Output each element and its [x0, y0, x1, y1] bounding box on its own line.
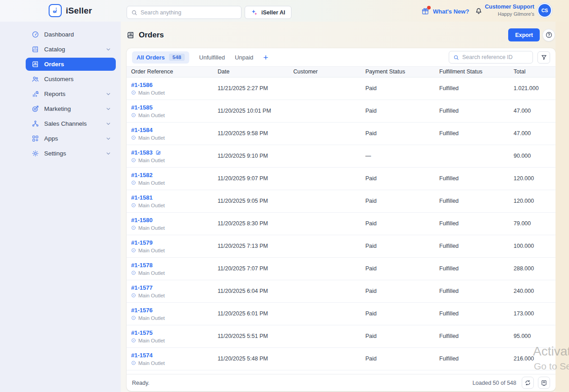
table-header-row: Order Reference Date Customer Payment St… [127, 67, 555, 77]
user-menu[interactable]: Customer Support Happy Gilmore's CS [485, 3, 551, 17]
avatar[interactable]: CS [538, 4, 551, 17]
outlet-bolt-icon [131, 158, 136, 163]
order-reference-link[interactable]: #1-1576 [131, 307, 153, 314]
order-reference-link[interactable]: #1-1578 [131, 262, 153, 269]
fulfillment-status: Fulfilled [435, 280, 509, 302]
payment-status: Paid [361, 325, 435, 347]
reference-search-input[interactable] [462, 54, 528, 60]
outlet-bolt-icon [131, 90, 136, 95]
fulfillment-status: Fulfilled [435, 100, 509, 122]
sidebar-item-settings[interactable]: Settings [26, 147, 116, 160]
outlet-bolt-icon [131, 338, 136, 343]
sidebar-item-orders[interactable]: Orders [26, 58, 116, 71]
outlet-tag: Main Outlet [131, 135, 213, 141]
outlet-bolt-icon [131, 315, 136, 320]
outlet-tag: Main Outlet [131, 360, 213, 366]
print-button[interactable] [538, 377, 550, 389]
sidebar-item-apps[interactable]: Apps [26, 132, 116, 145]
chevron-down-icon [105, 91, 111, 97]
tab-all-orders[interactable]: All Orders 548 [132, 51, 189, 64]
global-search-input[interactable] [141, 9, 237, 16]
order-date: 11/20/2025 6:04 PM [213, 280, 289, 302]
table-row[interactable]: #1-1575 Main Outlet 11/20/2025 5:51 PM P… [127, 325, 555, 347]
outlet-label: Main Outlet [138, 315, 165, 321]
refresh-icon [524, 379, 531, 386]
order-reference-link[interactable]: #1-1575 [131, 329, 153, 336]
tab-unpaid[interactable]: Unpaid [235, 54, 253, 61]
order-reference-link[interactable]: #1-1582 [131, 172, 153, 178]
order-total: 47.000 [509, 100, 555, 122]
sidebar-item-reports[interactable]: Reports [26, 87, 116, 100]
table-row[interactable]: #1-1574 Main Outlet 11/20/2025 5:48 PM P… [127, 347, 555, 370]
order-customer [289, 122, 361, 145]
order-reference-link[interactable]: #1-1584 [131, 127, 153, 133]
iseller-ai-button[interactable]: iSeller AI [245, 6, 291, 19]
outlet-tag: Main Outlet [131, 315, 213, 321]
fulfillment-status: Fulfilled [435, 212, 509, 235]
table-row[interactable]: #1-1576 Main Outlet 11/20/2025 6:01 PM P… [127, 302, 555, 325]
order-reference-link[interactable]: #1-1583 [131, 149, 153, 156]
reference-search[interactable] [449, 51, 533, 64]
loaded-count: Loaded 50 of 548 [473, 380, 516, 386]
sidebar-item-sales-channels[interactable]: Sales Channels [26, 117, 116, 130]
orders-table: Order Reference Date Customer Payment St… [127, 67, 555, 370]
main: Orders Export All Orders 548 Unfulfilled… [121, 22, 555, 392]
edit-pencil-icon[interactable] [155, 150, 161, 155]
iseller-ai-label: iSeller AI [261, 9, 285, 16]
table-row[interactable]: #1-1586 Main Outlet 11/21/2025 2:27 PM P… [127, 77, 555, 100]
col-fulfillment-status: Fulfillment Status [435, 67, 509, 77]
table-row[interactable]: #1-1580 Main Outlet 11/20/2025 8:30 PM P… [127, 212, 555, 235]
export-button[interactable]: Export [508, 28, 540, 41]
table-row[interactable]: #1-1585 Main Outlet 11/20/2025 10:01 PM … [127, 100, 555, 122]
help-button[interactable] [542, 29, 555, 41]
order-reference-link[interactable]: #1-1585 [131, 104, 153, 111]
sidebar-item-customers[interactable]: Customers [26, 73, 116, 86]
order-customer [289, 235, 361, 257]
add-tab-button[interactable]: + [263, 53, 268, 62]
table-row[interactable]: #1-1582 Main Outlet 11/20/2025 9:07 PM P… [127, 167, 555, 190]
sidebar: Dashboard Catalog Orders Customers Repor… [0, 22, 121, 392]
outlet-label: Main Outlet [138, 338, 165, 343]
table-row[interactable]: #1-1581 Main Outlet 11/20/2025 9:05 PM P… [127, 190, 555, 212]
sidebar-nav-list: Dashboard Catalog Orders Customers Repor… [0, 22, 121, 160]
outlet-bolt-icon [131, 360, 136, 365]
outlet-bolt-icon [131, 135, 136, 140]
sidebar-item-dashboard[interactable]: Dashboard [26, 28, 116, 41]
order-date: 11/20/2025 9:05 PM [213, 190, 289, 212]
sidebar-item-catalog[interactable]: Catalog [26, 43, 116, 56]
order-total: 1.021.000 [509, 77, 555, 100]
order-reference-link[interactable]: #1-1581 [131, 194, 153, 201]
outlet-tag: Main Outlet [131, 248, 213, 253]
order-reference-link[interactable]: #1-1586 [131, 82, 153, 88]
outlet-bolt-icon [131, 203, 136, 208]
order-customer [289, 325, 361, 347]
order-reference-link[interactable]: #1-1577 [131, 284, 153, 291]
order-total: 120.000 [509, 167, 555, 190]
table-row[interactable]: #1-1584 Main Outlet 11/20/2025 9:58 PM P… [127, 122, 555, 145]
global-search[interactable] [127, 6, 241, 19]
order-customer [289, 302, 361, 325]
filter-button[interactable] [537, 51, 550, 64]
order-reference-link[interactable]: #1-1574 [131, 352, 153, 359]
sidebar-item-marketing[interactable]: Marketing [26, 102, 116, 115]
notifications-bell-button[interactable] [473, 6, 483, 16]
order-customer [289, 77, 361, 100]
table-row[interactable]: #1-1578 Main Outlet 11/20/2025 7:07 PM P… [127, 257, 555, 280]
table-row[interactable]: #1-1577 Main Outlet 11/20/2025 6:04 PM P… [127, 280, 555, 302]
order-customer [289, 347, 361, 370]
fulfillment-status: Fulfilled [435, 325, 509, 347]
whats-new-link[interactable]: What's New? [421, 6, 469, 17]
payment-status: Paid [361, 190, 435, 212]
logo[interactable]: iSeller [49, 4, 92, 17]
outlet-tag: Main Outlet [131, 203, 213, 208]
tab-unfulfilled[interactable]: Unfulfilled [199, 54, 225, 61]
order-customer [289, 167, 361, 190]
outlet-tag: Main Outlet [131, 113, 213, 118]
refresh-button[interactable] [522, 377, 534, 389]
order-reference-link[interactable]: #1-1580 [131, 217, 153, 223]
table-row[interactable]: #1-1583 Main Outlet 11/20/2025 9:10 PM —… [127, 145, 555, 167]
order-reference-link[interactable]: #1-1579 [131, 239, 153, 246]
sidebar-item-label: Orders [44, 61, 111, 68]
table-row[interactable]: #1-1579 Main Outlet 11/20/2025 7:13 PM P… [127, 235, 555, 257]
payment-status: Paid [361, 100, 435, 122]
